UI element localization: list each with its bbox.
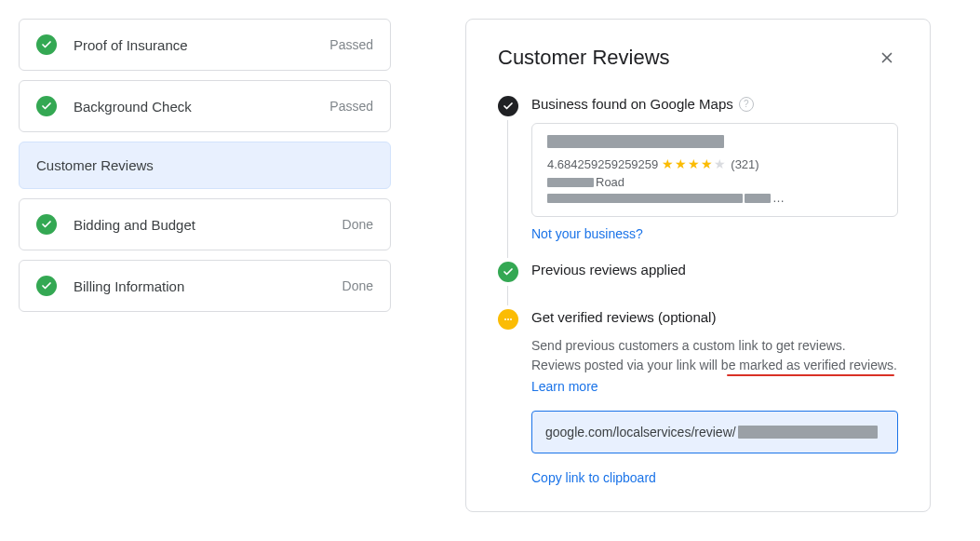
check-icon [498,96,518,116]
section-heading: Previous reviews applied [531,262,686,277]
review-link-prefix: google.com/localservices/review/ [545,425,736,440]
steps-list: Proof of Insurance Passed Background Che… [19,19,391,512]
step-label: Proof of Insurance [74,37,188,53]
address-suffix: Road [596,175,624,189]
learn-more-link[interactable]: Learn more [531,379,598,394]
redacted-business-name [547,135,724,148]
pending-icon [498,309,518,330]
redacted-text [745,194,771,203]
not-your-business-link[interactable]: Not your business? [531,226,643,241]
section-heading: Get verified reviews (optional) [531,309,716,325]
svg-point-3 [507,318,509,320]
step-label: Bidding and Budget [74,217,195,233]
svg-point-2 [504,318,506,320]
star-icon: ★★★★★ [662,156,727,171]
step-label: Billing Information [74,278,184,294]
step-background-check[interactable]: Background Check Passed [19,80,391,132]
svg-point-4 [510,318,512,320]
help-icon[interactable]: ? [739,97,754,112]
timeline-connector [507,120,508,258]
step-status: Done [342,278,373,293]
ellipsis: … [772,191,785,205]
check-icon [36,34,57,55]
step-status: Done [342,217,373,232]
redacted-text [547,178,594,187]
redacted-text [547,194,743,203]
annotation-underline [727,374,894,376]
panel-title: Customer Reviews [498,46,670,70]
step-status: Passed [329,99,373,114]
business-card[interactable]: 4.684259259259259 ★★★★★ (321) Road [531,123,898,217]
timeline-connector [507,286,508,305]
section-heading: Business found on Google Maps [531,96,733,112]
check-icon [36,96,57,116]
redacted-link-suffix [738,426,878,439]
check-icon [36,214,57,235]
section-description: Send previous customers a custom link to… [531,336,898,375]
step-status: Passed [329,37,373,52]
check-icon [36,276,57,296]
customer-reviews-panel: Customer Reviews Busine [465,19,931,512]
step-proof-of-insurance[interactable]: Proof of Insurance Passed [19,19,391,71]
step-label: Customer Reviews [36,157,154,173]
step-bidding-and-budget[interactable]: Bidding and Budget Done [19,198,391,250]
close-icon[interactable] [876,47,898,69]
check-icon [498,262,518,282]
copy-link-button[interactable]: Copy link to clipboard [531,470,656,485]
step-billing-information[interactable]: Billing Information Done [19,260,391,312]
step-label: Background Check [74,99,192,115]
rating-value: 4.684259259259259 [547,157,658,171]
review-link-field[interactable]: google.com/localservices/review/ [531,411,898,453]
step-customer-reviews[interactable]: Customer Reviews [19,142,391,189]
review-count: (321) [731,157,758,171]
